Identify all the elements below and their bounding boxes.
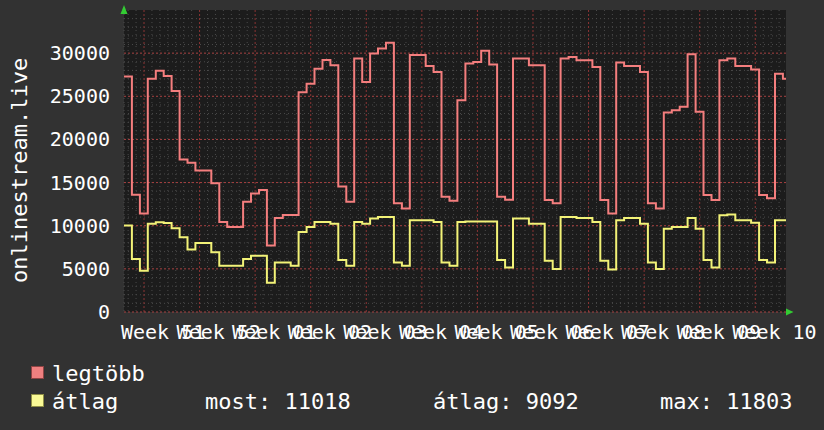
legend-swatch-atlag — [31, 394, 44, 407]
stat-max-label: max: — [660, 389, 713, 414]
rrd-graph-page: { "vertical_axis_title": "onlinestream.l… — [0, 0, 824, 430]
svg-text:10000: 10000 — [50, 214, 110, 238]
y-axis-arrow-icon — [121, 5, 128, 14]
stat-most-label: most: — [205, 389, 271, 414]
stat-max: max: 11803 — [660, 390, 792, 414]
svg-text:30000: 30000 — [50, 41, 110, 65]
svg-text:20000: 20000 — [50, 127, 110, 151]
svg-text:0: 0 — [98, 300, 110, 324]
stat-atlag-label: átlag: — [433, 389, 512, 414]
stat-atlag: átlag: 9092 — [433, 390, 579, 414]
x-axis-labels: Week 51Week 52Week 01Week 02Week 03Week … — [121, 320, 817, 344]
stat-most: most: 11018 — [205, 390, 351, 414]
legend-swatch-legtobb — [31, 366, 44, 379]
svg-text:25000: 25000 — [50, 84, 110, 108]
svg-text:15000: 15000 — [50, 171, 110, 195]
time-series-chart: 050001000015000200002500030000Week 51Wee… — [0, 0, 824, 352]
y-axis-labels: 050001000015000200002500030000 — [50, 41, 110, 324]
legend-label-legtobb: legtöbb — [52, 362, 145, 386]
stat-atlag-value: 9092 — [526, 389, 579, 414]
svg-text:5000: 5000 — [62, 257, 110, 281]
svg-text:Week 10: Week 10 — [732, 320, 816, 344]
x-axis-arrow-icon — [786, 309, 794, 316]
legend-label-atlag: átlag — [52, 390, 118, 414]
stat-most-value: 11018 — [284, 389, 350, 414]
stat-max-value: 11803 — [726, 389, 792, 414]
